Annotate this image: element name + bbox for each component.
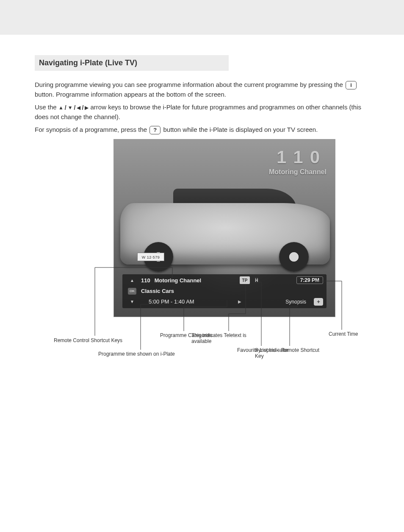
section-heading: Navigating i-Plate (Live TV) [35, 55, 229, 71]
bar-channel-number: 110 [141, 277, 150, 284]
p3-pre: For synopsis of a programme, press the [35, 126, 149, 133]
ok-button-icon: OK [128, 288, 136, 295]
down-arrow-icon: ▼ [126, 299, 138, 304]
channel-name-large: Motoring Channel [269, 168, 327, 176]
p1-post: button. Programme information appears at… [35, 91, 226, 98]
programme-time-range: 5:00 PM - 1:40 AM [149, 298, 194, 305]
paragraph-1: During programme viewing you can see pro… [35, 80, 369, 99]
paragraph-2: Use the ▲/ ▼/ ◀/ ▶ arrow keys to browse … [35, 103, 369, 122]
callout-synopsis-shortcut: Synopsis – Remote Shortcut Key [255, 347, 327, 359]
callout-remote-shortcuts: Remote Control Shortcut Keys [54, 337, 122, 343]
callout-current-time: Current Time [329, 331, 358, 337]
page-body: Navigating i-Plate (Live TV) During prog… [0, 35, 404, 532]
info-row-1: 110 Motoring Channel TP i·i 7:29 PM [141, 276, 323, 284]
paragraph-3: For synopsis of a programme, press the ?… [35, 125, 369, 135]
programme-title: Classic Cars [141, 288, 323, 294]
i-button-icon: i [346, 81, 357, 89]
content-region: Navigating i-Plate (Live TV) During prog… [0, 35, 404, 376]
p2-pre: Use the [35, 103, 58, 111]
tp-badge: TP [240, 276, 250, 284]
bar-channel-name: Motoring Channel [155, 277, 202, 284]
page-top-bar [0, 0, 404, 35]
tv-screenshot: W 12·579 110 Motoring Channel ▲ 110 Moto… [113, 139, 335, 317]
i-plate-info-bar: ▲ 110 Motoring Channel TP i·i 7:29 PM OK… [122, 274, 327, 308]
car-plate: W 12·579 [137, 253, 164, 261]
plus-button-icon: + [314, 298, 323, 306]
up-arrow-icon: ▲ [126, 278, 138, 283]
p1-pre: During programme viewing you can see pro… [35, 81, 345, 88]
arrow-keys-icon: ▲/ ▼/ ◀/ ▶ [58, 103, 89, 112]
down-triangle-icon: ▼ [68, 104, 73, 111]
teletext-icon: i·i [255, 277, 258, 283]
play-triangle-icon: ▶ [238, 299, 241, 304]
p3-post: button while the i-Plate is displayed on… [163, 126, 318, 133]
figure: W 12·579 110 Motoring Channel ▲ 110 Moto… [35, 139, 369, 376]
car-wheel-right [279, 242, 309, 272]
info-row-3: 5:00 PM - 1:40 AM ▶ Synopsis + [141, 298, 323, 306]
question-button-icon: ? [149, 126, 160, 134]
channel-number-large: 110 [269, 147, 327, 167]
left-triangle-icon: ◀ [77, 104, 80, 111]
up-triangle-icon: ▲ [58, 104, 64, 111]
callout-teletext: This indicates Teletext is available [191, 332, 263, 344]
callout-time-shown: Programme time shown on i-Plate [98, 351, 175, 357]
clock-time: 7:29 PM [296, 276, 323, 284]
right-triangle-icon: ▶ [85, 104, 89, 111]
synopsis-label: Synopsis [285, 299, 306, 305]
channel-badge: 110 Motoring Channel [269, 147, 327, 176]
